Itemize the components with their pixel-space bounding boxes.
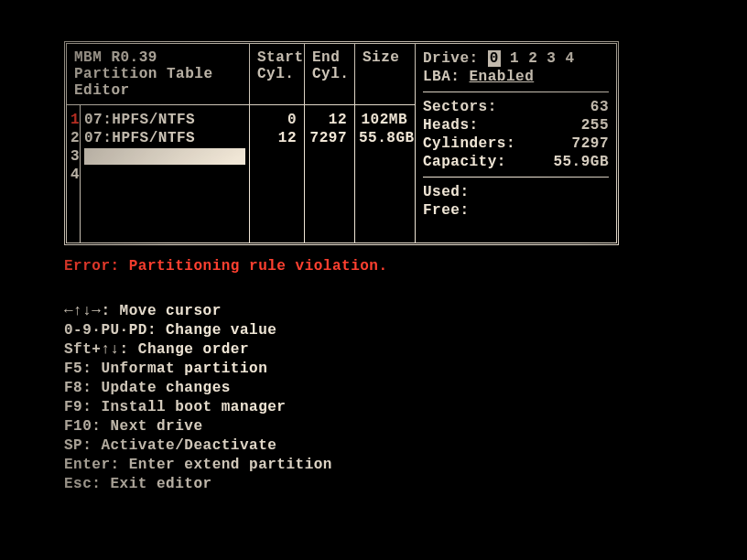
row-index: 4: [70, 166, 78, 184]
lba-label: LBA:: [423, 69, 460, 85]
app-title: MBM R0.39 Partition Table Editor: [67, 44, 250, 104]
drive-selected[interactable]: 0: [488, 50, 501, 67]
lba-line: LBA: Enabled: [423, 68, 609, 86]
drive-selector[interactable]: Drive: 0 1 2 3 4: [423, 49, 609, 68]
partition-type[interactable]: 07:HPFS/NTFS: [84, 111, 245, 129]
help-line: SP: Activate/Deactivate: [64, 436, 697, 456]
partition-editor-frame: MBM R0.39 Partition Table Editor Start C…: [64, 41, 619, 245]
help-line: Esc: Exit editor: [64, 475, 697, 494]
help-line: F5: Unformat partition: [64, 360, 697, 379]
geom-heads: Heads:255: [423, 116, 609, 135]
help-line: F8: Update changes: [64, 379, 697, 398]
help-line: Enter: Enter extend partition: [64, 456, 697, 475]
end-cyl[interactable]: 12: [309, 111, 347, 129]
divider: [423, 177, 609, 178]
divider: [423, 92, 609, 92]
drive-other-options[interactable]: 1 2 3 4: [510, 50, 575, 67]
selection-cursor: [84, 148, 245, 165]
start-cyl[interactable]: 12: [254, 129, 297, 147]
col-header-end: End Cyl.: [305, 44, 355, 104]
help-line: Sft+↑↓: Change order: [64, 340, 697, 360]
size: 55.8GB: [359, 129, 407, 147]
usage-free: Free:: [423, 201, 609, 220]
row-index: 1: [70, 111, 78, 129]
partition-type[interactable]: 07:HPFS/NTFS: [84, 129, 245, 147]
size-column: 102MB 55.8GB: [355, 105, 415, 242]
help-line: ←↑↓→: Move cursor: [64, 302, 697, 321]
size: [359, 147, 407, 166]
drive-info-panel: Drive: 0 1 2 3 4 LBA: Enabled Sectors:63…: [416, 44, 616, 242]
lba-value: Enabled: [470, 69, 535, 85]
start-cyl[interactable]: [254, 166, 297, 184]
usage-used: Used:: [423, 183, 609, 201]
end-cyl[interactable]: [309, 147, 347, 166]
error-message: Error: Partitioning rule violation.: [64, 258, 697, 275]
size: 102MB: [359, 111, 407, 129]
geom-sectors: Sectors:63: [423, 98, 609, 116]
title-line2: Partition Table Editor: [74, 66, 242, 99]
end-cyl[interactable]: [309, 166, 347, 184]
help-text: ←↑↓→: Move cursor 0-9·PU·PD: Change valu…: [64, 302, 697, 494]
index-column: 1 2 3 4: [67, 105, 81, 242]
help-line: 0-9·PU·PD: Change value: [64, 321, 697, 340]
drive-label: Drive:: [423, 50, 479, 67]
partition-row-selected[interactable]: [84, 148, 245, 167]
start-cyl[interactable]: 0: [254, 111, 297, 129]
geom-capacity: Capacity:55.9GB: [423, 153, 609, 171]
end-cyl[interactable]: 7297: [309, 129, 347, 147]
table-body[interactable]: 1 2 3 4 07:HPFS/NTFS 07:HPFS/NTFS 0 12 1…: [67, 105, 415, 242]
partition-type[interactable]: [84, 167, 245, 185]
size: [359, 166, 407, 184]
row-index: 2: [70, 129, 78, 147]
col-header-size: Size: [355, 44, 415, 104]
partition-table: MBM R0.39 Partition Table Editor Start C…: [67, 44, 416, 242]
help-line: F10: Next drive: [64, 417, 697, 436]
start-cyl-column: 0 12: [250, 105, 305, 242]
end-cyl-column: 12 7297: [305, 105, 355, 242]
help-line: F9: Install boot manager: [64, 398, 697, 417]
title-line1: MBM R0.39: [74, 49, 242, 66]
row-index: 3: [70, 147, 78, 166]
table-header: MBM R0.39 Partition Table Editor Start C…: [67, 44, 415, 105]
col-header-start: Start Cyl.: [250, 44, 305, 104]
start-cyl[interactable]: [254, 147, 297, 166]
type-column: 07:HPFS/NTFS 07:HPFS/NTFS: [81, 105, 250, 242]
geom-cylinders: Cylinders:7297: [423, 135, 609, 153]
